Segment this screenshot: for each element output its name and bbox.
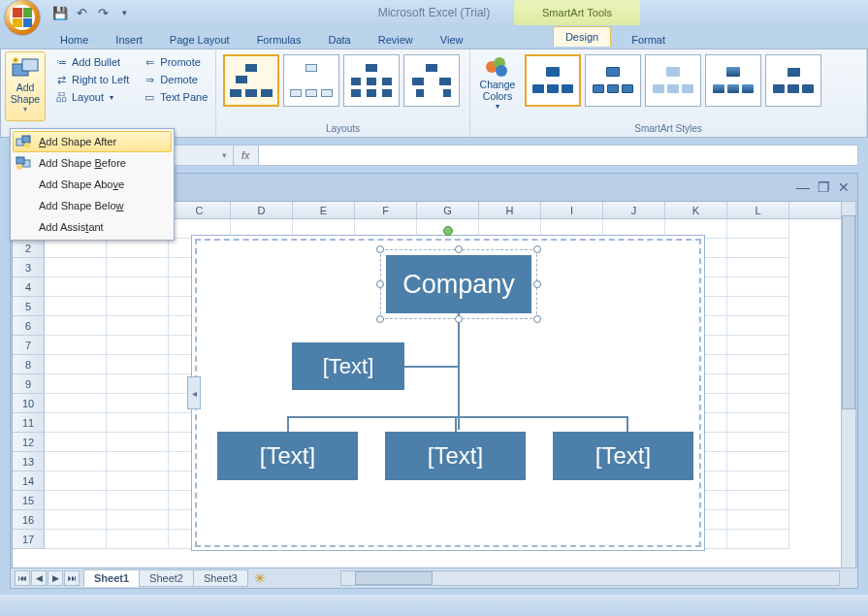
scroll-thumb[interactable] (842, 215, 855, 409)
row-header[interactable]: 12 (13, 433, 45, 452)
rotation-handle-icon[interactable] (443, 226, 453, 236)
cell[interactable] (45, 336, 107, 355)
tab-format[interactable]: Format (618, 30, 679, 49)
new-sheet-button[interactable]: ✳ (251, 570, 269, 586)
cell[interactable] (727, 510, 789, 530)
row-header[interactable]: 3 (13, 258, 45, 277)
row-header[interactable]: 11 (13, 413, 45, 433)
restore-icon[interactable]: ❐ (818, 179, 830, 195)
col-header[interactable]: F (355, 202, 417, 218)
demote-button[interactable]: ⇒Demote (140, 72, 210, 87)
next-sheet-button[interactable]: ▶ (48, 570, 63, 586)
smartart-object[interactable]: ◂ Company [Text] [Text] [Text] [Text] (191, 235, 705, 551)
layout-thumb-4[interactable] (403, 54, 460, 107)
cell[interactable] (727, 239, 789, 258)
layout-thumb-3[interactable] (343, 54, 400, 107)
cell[interactable] (107, 239, 169, 258)
style-thumb-5[interactable] (765, 54, 821, 107)
col-header[interactable]: K (665, 202, 727, 218)
tab-page-layout[interactable]: Page Layout (156, 30, 243, 49)
save-icon[interactable]: 💾 (52, 5, 68, 20)
grid[interactable]: A B C D E F G H I J K L 1234567891011121… (12, 201, 842, 568)
menu-add-shape-above[interactable]: Add Shape Above (13, 174, 172, 195)
formula-input[interactable] (258, 146, 857, 165)
cell[interactable] (107, 491, 169, 510)
cell[interactable] (727, 374, 789, 394)
cell[interactable] (45, 510, 107, 530)
col-header[interactable]: E (293, 202, 355, 218)
office-button[interactable] (4, 0, 41, 36)
cell[interactable] (107, 433, 169, 452)
sheet-tab[interactable]: Sheet2 (139, 569, 194, 587)
cell[interactable] (107, 413, 169, 433)
org-node-child[interactable]: [Text] (217, 432, 358, 480)
tab-data[interactable]: Data (314, 30, 364, 49)
last-sheet-button[interactable]: ⏭ (64, 570, 80, 586)
menu-add-shape-before[interactable]: Add Shape Before (13, 152, 172, 174)
tab-design[interactable]: Design (553, 26, 611, 47)
cell[interactable] (107, 471, 169, 491)
cell[interactable] (45, 413, 107, 433)
row-header[interactable]: 8 (13, 355, 45, 374)
cell[interactable] (45, 277, 107, 297)
cell[interactable] (107, 316, 169, 336)
layout-thumb-1[interactable] (223, 54, 279, 107)
resize-handle[interactable] (376, 280, 384, 288)
horizontal-scrollbar[interactable] (340, 570, 840, 586)
col-header[interactable]: I (541, 202, 603, 218)
cell[interactable] (107, 297, 169, 316)
close-icon[interactable]: ✕ (838, 179, 850, 195)
style-thumb-1[interactable] (525, 54, 581, 107)
qat-dropdown-icon[interactable]: ▾ (116, 5, 132, 20)
cell[interactable] (727, 258, 789, 277)
scroll-thumb[interactable] (355, 571, 433, 585)
resize-handle[interactable] (376, 245, 384, 253)
resize-handle[interactable] (533, 245, 541, 253)
col-header[interactable]: H (479, 202, 541, 218)
cell[interactable] (45, 452, 107, 471)
text-pane-button[interactable]: ▭Text Pane (140, 89, 210, 105)
add-bullet-button[interactable]: ≔Add Bullet (51, 54, 132, 70)
cell[interactable] (45, 355, 107, 374)
cell[interactable] (727, 316, 789, 336)
cell[interactable] (45, 374, 107, 394)
row-header[interactable]: 6 (13, 316, 45, 336)
cell[interactable] (45, 530, 107, 549)
first-sheet-button[interactable]: ⏮ (15, 570, 30, 586)
row-header[interactable]: 17 (13, 530, 45, 549)
row-header[interactable]: 16 (13, 510, 45, 530)
layout-thumb-2[interactable] (283, 54, 339, 107)
undo-icon[interactable]: ↶ (74, 5, 89, 20)
cell[interactable] (727, 413, 789, 433)
cell[interactable] (107, 374, 169, 394)
cell[interactable] (45, 316, 107, 336)
cell[interactable] (727, 452, 789, 471)
tab-home[interactable]: Home (47, 30, 102, 49)
cell[interactable] (727, 471, 789, 491)
cell[interactable] (727, 297, 789, 316)
resize-handle[interactable] (455, 245, 463, 253)
cell[interactable] (107, 336, 169, 355)
org-node-child[interactable]: [Text] (385, 432, 526, 480)
row-header[interactable]: 14 (13, 471, 45, 491)
cell[interactable] (45, 239, 107, 258)
cell[interactable] (107, 394, 169, 413)
tab-review[interactable]: Review (365, 30, 427, 49)
style-thumb-4[interactable] (705, 54, 761, 107)
cell[interactable] (107, 355, 169, 374)
cell[interactable] (107, 510, 169, 530)
row-header[interactable]: 10 (13, 394, 45, 413)
resize-handle[interactable] (533, 280, 541, 288)
row-header[interactable]: 9 (13, 374, 45, 394)
change-colors-button[interactable]: Change Colors▾ (474, 51, 521, 121)
sheet-tab[interactable]: Sheet1 (83, 569, 140, 587)
layout-button[interactable]: 品Layout▾ (51, 89, 132, 105)
resize-handle[interactable] (455, 315, 463, 323)
fx-label[interactable]: fx (234, 149, 258, 161)
style-thumb-3[interactable] (645, 54, 701, 107)
org-node-child[interactable]: [Text] (553, 432, 693, 480)
cell[interactable] (45, 258, 107, 277)
cell[interactable] (45, 491, 107, 510)
row-header[interactable]: 15 (13, 491, 45, 510)
cell[interactable] (45, 297, 107, 316)
